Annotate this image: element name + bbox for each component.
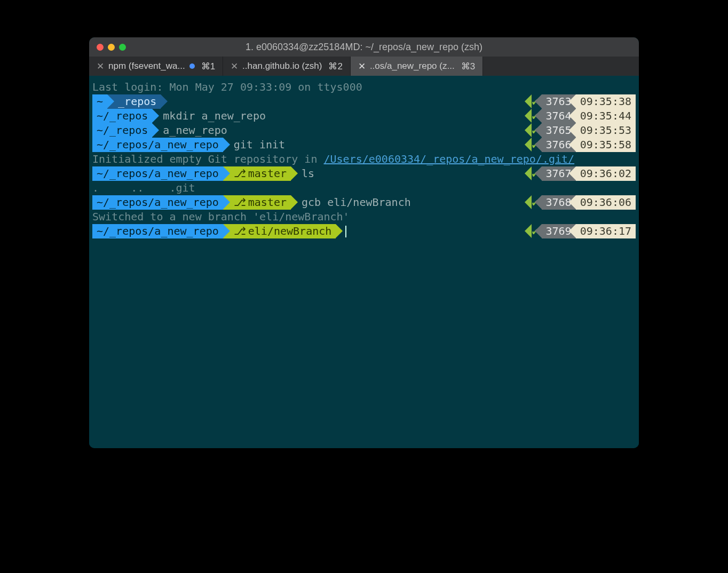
path-segment: _repos — [107, 94, 161, 109]
tab-1[interactable]: ✕ npm (fsevent_wa... ⌘1 — [89, 57, 223, 76]
path-segment: ~/_repos — [92, 109, 152, 123]
close-icon[interactable]: ✕ — [358, 61, 366, 72]
close-icon[interactable]: ✕ — [231, 61, 238, 72]
zoom-icon[interactable] — [119, 44, 126, 51]
window-title: 1. e0060334@zz25184MD: ~/_repos/a_new_re… — [89, 42, 639, 53]
terminal-window: 1. e0060334@zz25184MD: ~/_repos/a_new_re… — [89, 37, 639, 448]
path-segment: ~/_repos/a_new_repo — [92, 166, 223, 181]
branch-icon: ⎇ — [234, 166, 246, 181]
branch-icon: ⎇ — [234, 224, 246, 238]
close-icon[interactable]: ✕ — [97, 61, 104, 72]
output-text: . .. .git — [92, 181, 195, 195]
path-segment: ~/_repos/a_new_repo — [92, 224, 223, 238]
minimize-icon[interactable] — [108, 44, 115, 51]
prompt-line: ~/_repos mkdir a_new_repo ✔ 3764 09:35:4… — [92, 109, 636, 123]
prompt-line: ~/_repos a_new_repo ✔ 3765 09:35:53 — [92, 123, 636, 138]
timestamp: 09:35:53 — [576, 123, 636, 138]
output-line: . .. .git — [92, 181, 636, 195]
activity-dot-icon — [189, 63, 195, 69]
timestamp: 09:35:44 — [576, 109, 636, 123]
timestamp: 09:36:06 — [576, 195, 636, 210]
tab-shortcut: ⌘2 — [328, 61, 342, 72]
output-line: Switched to a new branch 'eli/newBranch' — [92, 210, 636, 224]
command-text: ls — [302, 166, 314, 181]
branch-icon: ⎇ — [234, 195, 246, 210]
path-segment: ~ — [92, 94, 107, 109]
terminal-body[interactable]: Last login: Mon May 27 09:33:09 on ttys0… — [89, 76, 639, 448]
tab-label: npm (fsevent_wa... — [108, 61, 185, 71]
branch-segment: ⎇master — [223, 166, 291, 181]
output-text: Switched to a new branch 'eli/newBranch' — [92, 210, 350, 224]
tab-shortcut: ⌘1 — [201, 61, 215, 72]
prompt-line: ~/_repos/a_new_repo ⎇eli/newBranch ✔ 376… — [92, 224, 636, 238]
tab-label: ..os/a_new_repo (z... — [370, 61, 455, 71]
command-text: git init — [234, 138, 285, 152]
branch-segment: ⎇eli/newBranch — [223, 224, 336, 238]
tab-label: ..han.github.io (zsh) — [242, 61, 322, 71]
tab-2[interactable]: ✕ ..han.github.io (zsh) ⌘2 — [223, 57, 351, 76]
prompt-line: ~/_repos/a_new_repo ⎇master ls ✔ 3767 09… — [92, 166, 636, 181]
prompt-line: ~ _repos ✔ 3763 09:35:38 — [92, 94, 636, 109]
command-text: gcb eli/newBranch — [302, 195, 411, 210]
tab-shortcut: ⌘3 — [461, 61, 475, 72]
command-text: a_new_repo — [163, 123, 227, 138]
titlebar[interactable]: 1. e0060334@zz25184MD: ~/_repos/a_new_re… — [89, 37, 639, 57]
cursor-icon — [345, 226, 346, 237]
prompt-line: ~/_repos/a_new_repo git init ✔ 3766 09:3… — [92, 138, 636, 152]
command-text: mkdir a_new_repo — [163, 109, 266, 123]
timestamp: 09:36:17 — [576, 224, 636, 238]
tab-bar: ✕ npm (fsevent_wa... ⌘1 ✕ ..han.github.i… — [89, 57, 639, 76]
path-link[interactable]: /Users/e0060334/_repos/a_new_repo/.git/ — [323, 152, 574, 166]
output-line: Initialized empty Git repository in /Use… — [92, 152, 636, 166]
close-icon[interactable] — [97, 44, 104, 51]
tab-3[interactable]: ✕ ..os/a_new_repo (z... ⌘3 — [351, 57, 483, 76]
output-text: Initialized empty Git repository in — [92, 152, 323, 166]
last-login: Last login: Mon May 27 09:33:09 on ttys0… — [92, 80, 362, 94]
timestamp: 09:35:38 — [576, 94, 636, 109]
path-segment: ~/_repos/a_new_repo — [92, 138, 223, 152]
prompt-line: ~/_repos/a_new_repo ⎇master gcb eli/newB… — [92, 195, 636, 210]
path-segment: ~/_repos — [92, 123, 152, 138]
branch-segment: ⎇master — [223, 195, 291, 210]
traffic-lights — [89, 44, 126, 51]
timestamp: 09:35:58 — [576, 138, 636, 152]
timestamp: 09:36:02 — [576, 166, 636, 181]
path-segment: ~/_repos/a_new_repo — [92, 195, 223, 210]
